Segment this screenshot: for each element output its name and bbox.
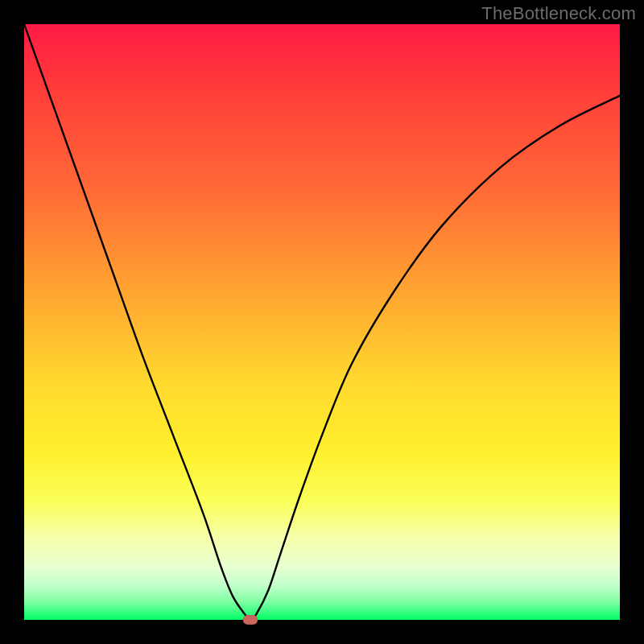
watermark-text: TheBottleneck.com	[481, 3, 636, 24]
minimum-marker	[243, 615, 258, 625]
chart-frame: TheBottleneck.com	[0, 0, 644, 644]
bottleneck-curve	[24, 24, 620, 620]
plot-area	[24, 24, 620, 620]
